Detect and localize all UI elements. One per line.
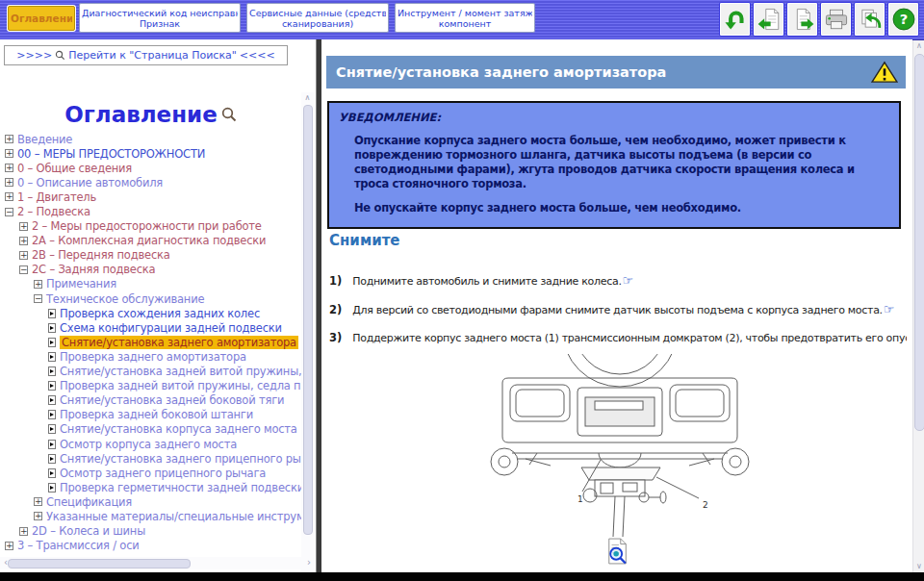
toc-item[interactable]: +0 – Общие сведения bbox=[0, 161, 301, 175]
toc-item-label[interactable]: 2D – Колеса и шины bbox=[32, 524, 145, 538]
scrollbar-thumb[interactable] bbox=[303, 105, 313, 535]
toc-item-label[interactable]: Проверка герметичности задней подвески bbox=[60, 481, 301, 494]
tab-2[interactable]: Сервисные данные (средствосканирования) bbox=[246, 3, 389, 33]
toc-item-label[interactable]: 2A – Комплексная диагностика подвески bbox=[32, 234, 266, 247]
sidebar-vertical-scrollbar[interactable]: ∧ ∨ bbox=[301, 92, 314, 572]
warning-icon[interactable] bbox=[871, 61, 898, 84]
collapse-icon[interactable]: − bbox=[5, 208, 13, 216]
toc-item-label[interactable]: Снятие/установка корпуса заднего моста bbox=[60, 422, 297, 436]
expand-icon[interactable]: + bbox=[5, 178, 13, 187]
toc-item[interactable]: +3 – Трансмиссия / оси bbox=[0, 539, 301, 553]
toc-item-label[interactable]: Снятие/установка задней витой пружины, с… bbox=[60, 365, 301, 378]
toc-item-label[interactable]: Проверка задней боковой штанги bbox=[60, 408, 253, 421]
scrollbar-thumb[interactable] bbox=[8, 559, 191, 568]
toc-item[interactable]: +2B – Передняя подвеска bbox=[0, 248, 301, 263]
expand-icon[interactable]: + bbox=[19, 251, 28, 260]
toc-item[interactable]: Снятие/установка заднего прицепного рыча… bbox=[0, 451, 301, 466]
toc-item-label[interactable]: Техническое обслуживание bbox=[46, 292, 204, 306]
toc-item[interactable]: Снятие/установка заднего амортизатора bbox=[0, 335, 301, 349]
toc-item[interactable]: +Указанные материалы/специальные инструм… bbox=[0, 509, 301, 523]
toc-item-label[interactable]: Снятие/установка заднего амортизатора bbox=[60, 336, 298, 349]
expand-icon[interactable]: + bbox=[34, 280, 42, 289]
toc-item[interactable]: +00 – МЕРЫ ПРЕДОСТОРОЖНОСТИ bbox=[0, 146, 301, 161]
toc-item[interactable]: +0 – Описание автомобиля bbox=[0, 175, 301, 189]
toc-item[interactable]: −Техническое обслуживание bbox=[0, 291, 301, 306]
toc-item-label[interactable]: Указанные материалы/специальные инструме… bbox=[46, 510, 301, 523]
toc-item-label[interactable]: Введение bbox=[17, 133, 72, 146]
expand-icon[interactable]: + bbox=[5, 542, 13, 550]
toc-item-label[interactable]: Спецификация bbox=[46, 495, 132, 509]
toc-item-label[interactable]: 0 – Общие сведения bbox=[17, 162, 132, 175]
expand-icon[interactable]: + bbox=[5, 149, 13, 158]
toc-item[interactable]: Осмотр заднего прицепного рычага bbox=[0, 466, 301, 480]
toc-item-label[interactable]: Проверка заднего амортизатора bbox=[60, 350, 246, 364]
next-page-button[interactable] bbox=[786, 2, 818, 37]
toc-item-label[interactable]: 2C – Задняя подвеска bbox=[32, 263, 155, 276]
sidebar-horizontal-scrollbar[interactable]: ‹ › bbox=[0, 557, 315, 569]
scroll-down-icon[interactable]: ∨ bbox=[913, 561, 924, 572]
toc-item-label[interactable]: 0 – Описание автомобиля bbox=[17, 176, 163, 189]
toc-item-label[interactable]: 3 – Трансмиссия / оси bbox=[17, 539, 140, 552]
tab-3[interactable]: Инструмент / момент затяжки /компонент bbox=[395, 3, 535, 33]
toc-item[interactable]: Снятие/установка корпуса заднего моста bbox=[0, 422, 301, 437]
toc-item[interactable]: +Примечания bbox=[0, 277, 301, 291]
toc-item[interactable]: Снятие/установка задней боковой тяги bbox=[0, 393, 301, 408]
toc-item-label[interactable]: Осмотр заднего прицепного рычага bbox=[60, 467, 266, 480]
toc-item[interactable]: Снятие/установка задней витой пружины, с… bbox=[0, 365, 301, 379]
expand-icon[interactable]: + bbox=[5, 135, 13, 143]
main-vertical-scrollbar[interactable]: ∧ ∨ bbox=[912, 40, 924, 572]
toc-item-label[interactable]: 00 – МЕРЫ ПРЕДОСТОРОЖНОСТИ bbox=[17, 147, 205, 161]
toc-item[interactable]: −2 – Подвеска bbox=[0, 204, 301, 218]
search-page-link[interactable]: >>>> Перейти к "Страница Поиска" <<<< bbox=[4, 45, 288, 65]
toc-item-label[interactable]: Примечания bbox=[46, 277, 116, 290]
zoom-document-icon[interactable] bbox=[606, 538, 629, 565]
toc-item[interactable]: +Спецификация bbox=[0, 494, 301, 509]
expand-icon[interactable]: + bbox=[5, 192, 13, 201]
toc-item-label[interactable]: Проверка задней витой пружины, седла пру… bbox=[60, 379, 301, 392]
toc-item[interactable]: Проверка задней боковой штанги bbox=[0, 408, 301, 422]
toc-item-label[interactable]: Проверка схождения задних колес bbox=[60, 307, 260, 320]
jump-link-icon[interactable]: ☞ bbox=[623, 273, 633, 288]
scroll-up-icon[interactable]: ∧ bbox=[301, 92, 314, 104]
toc-item[interactable]: +2A – Комплексная диагностика подвески bbox=[0, 234, 301, 248]
expand-icon[interactable]: + bbox=[34, 512, 42, 520]
back-button[interactable] bbox=[719, 2, 751, 37]
toc-item[interactable]: Осмотр корпуса заднего моста bbox=[0, 437, 301, 451]
print-button[interactable] bbox=[820, 2, 852, 37]
toc-item-label[interactable]: 2B – Передняя подвеска bbox=[32, 248, 170, 262]
toc-item-label[interactable]: Осмотр корпуса заднего моста bbox=[60, 438, 237, 451]
help-button[interactable]: ? bbox=[887, 2, 919, 37]
expand-icon[interactable]: + bbox=[5, 164, 13, 172]
scroll-right-icon[interactable]: › bbox=[303, 557, 315, 569]
scrollbar-thumb[interactable] bbox=[914, 54, 924, 431]
search-icon[interactable] bbox=[221, 107, 237, 122]
toc-item-label[interactable]: Снятие/установка задней боковой тяги bbox=[60, 393, 284, 407]
toc-item[interactable]: +Введение bbox=[0, 132, 301, 146]
toc-item[interactable]: Проверка задней витой пружины, седла пру… bbox=[0, 379, 301, 393]
scroll-up-icon[interactable]: ∧ bbox=[913, 40, 924, 52]
jump-link-icon[interactable]: ☞ bbox=[884, 302, 894, 316]
copy-pages-button[interactable] bbox=[854, 2, 886, 37]
toc-item[interactable]: +1 – Двигатель bbox=[0, 189, 301, 204]
toc-item[interactable]: +2 – Меры предосторожности при работе bbox=[0, 219, 301, 234]
tab-contents[interactable]: Оглавление bbox=[8, 6, 75, 31]
toc-item[interactable]: Проверка схождения задних колес bbox=[0, 306, 301, 320]
toc-item[interactable]: Проверка заднего амортизатора bbox=[0, 349, 301, 364]
toc-item-label[interactable]: Снятие/установка заднего прицепного рыча… bbox=[60, 452, 301, 466]
toc-item-label[interactable]: Схема конфигурации задней подвески bbox=[60, 321, 282, 335]
tab-1[interactable]: Диагностический код неисправности /Призн… bbox=[79, 3, 241, 33]
collapse-icon[interactable]: − bbox=[19, 265, 28, 274]
collapse-icon[interactable]: − bbox=[34, 294, 42, 303]
prev-page-button[interactable] bbox=[753, 2, 784, 37]
toc-item[interactable]: −2C – Задняя подвеска bbox=[0, 263, 301, 277]
toc-item[interactable]: Проверка герметичности задней подвески bbox=[0, 480, 301, 494]
toc-item[interactable]: +2D – Колеса и шины bbox=[0, 524, 301, 539]
toc-item[interactable]: Схема конфигурации задней подвески bbox=[0, 320, 301, 335]
expand-icon[interactable]: + bbox=[34, 497, 42, 506]
toc-item-label[interactable]: 2 – Меры предосторожности при работе bbox=[32, 219, 262, 233]
expand-icon[interactable]: + bbox=[19, 237, 28, 245]
expand-icon[interactable]: + bbox=[19, 527, 28, 536]
toc-item-label[interactable]: 1 – Двигатель bbox=[17, 190, 96, 204]
expand-icon[interactable]: + bbox=[19, 222, 28, 231]
toc-item-label[interactable]: 2 – Подвеска bbox=[17, 205, 90, 218]
